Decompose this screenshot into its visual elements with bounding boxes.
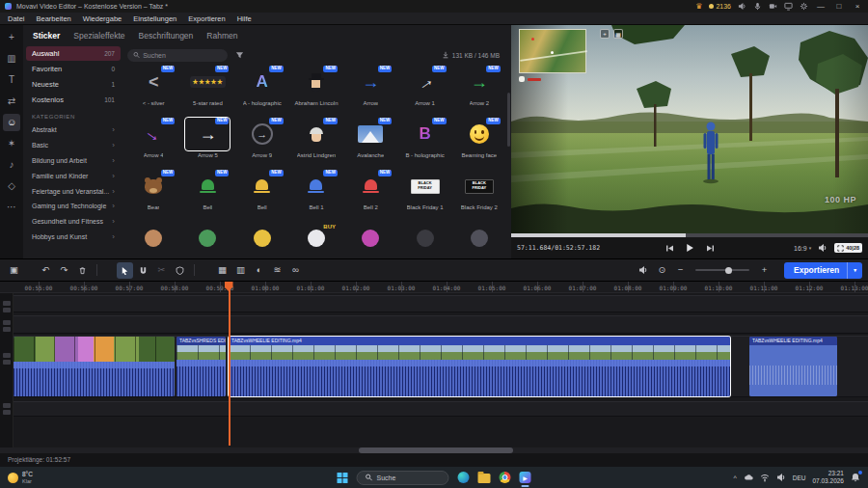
category-item[interactable]: Abstrakt› xyxy=(26,122,121,138)
camera-icon[interactable] xyxy=(769,2,777,11)
chroma-key-icon[interactable]: ◇ xyxy=(3,177,20,195)
media-bin-icon[interactable]: ▥ xyxy=(3,50,20,68)
category-item[interactable]: Hobbys und Kunst› xyxy=(26,229,121,244)
previous-frame-button[interactable] xyxy=(664,242,675,254)
play-button[interactable] xyxy=(684,242,695,254)
sticker-item[interactable]: BLACK FRIDAYBlack Friday 2 xyxy=(453,170,505,222)
sticker-thumb[interactable]: BLACK FRIDAY xyxy=(457,170,502,203)
sticker-item[interactable]: BLACK FRIDAYBlack Friday 1 xyxy=(398,170,450,222)
cloud-icon[interactable] xyxy=(744,473,753,482)
video-viewport[interactable]: + ▦ 100 HP xyxy=(511,25,868,233)
volume-icon[interactable] xyxy=(776,473,786,482)
audio-track[interactable] xyxy=(14,401,868,417)
collection-auswahl[interactable]: Auswahl207 xyxy=(26,46,121,61)
clock-widget[interactable]: 23:21 07.03.2026 xyxy=(812,470,844,485)
window-minimize-button[interactable]: — xyxy=(815,2,827,11)
next-frame-button[interactable] xyxy=(704,242,716,254)
delete-icon[interactable] xyxy=(74,262,91,279)
sticker-thumb[interactable]: NEW xyxy=(294,66,339,98)
tray-expand-caret[interactable]: ^ xyxy=(733,474,736,481)
filter-icon[interactable] xyxy=(233,49,245,61)
titles-icon[interactable]: T xyxy=(3,71,20,89)
sticker-item[interactable]: NEWBell 2 xyxy=(344,170,396,222)
timeline-clip[interactable] xyxy=(14,337,175,396)
language-indicator[interactable]: DEU xyxy=(793,474,806,481)
sticker-item[interactable]: →NEWArrow xyxy=(344,66,396,118)
zoom-slider-handle[interactable] xyxy=(725,267,732,274)
effects-icon[interactable]: ✶ xyxy=(3,135,20,152)
display-icon[interactable] xyxy=(784,2,793,11)
tracks-view-icon[interactable]: ▥ xyxy=(232,262,249,279)
microphone-icon[interactable] xyxy=(753,2,762,11)
sticker-thumb[interactable]: NEW xyxy=(348,118,393,150)
sticker-item[interactable]: NEWAvalanche xyxy=(344,118,396,170)
points-counter[interactable]: 2136 xyxy=(709,3,731,10)
chrome-browser-icon[interactable] xyxy=(500,472,511,483)
sticker-item[interactable]: <NEW< - silver xyxy=(127,66,179,118)
movavi-app-icon[interactable]: ▶ xyxy=(520,472,531,483)
record-icon[interactable]: ⊙ xyxy=(654,262,670,279)
zoom-out-icon[interactable]: − xyxy=(672,262,689,279)
collection-kostenlos[interactable]: Kostenlos101 xyxy=(26,93,121,107)
sticker-thumb[interactable] xyxy=(403,222,448,255)
track2-controls[interactable] xyxy=(3,320,11,332)
file-explorer-icon[interactable] xyxy=(478,474,491,483)
panel-layout-icon[interactable]: ▣ xyxy=(6,262,22,279)
timeline-ruler[interactable]: 00:55:0000:56:0000:57:0000:58:0000:59:00… xyxy=(0,282,868,293)
add-media-icon[interactable]: + xyxy=(3,29,20,46)
menu-item-bearbeiten[interactable]: Bearbeiten xyxy=(37,14,71,23)
redo-icon[interactable]: ↷ xyxy=(56,262,72,279)
sticker-thumb[interactable]: →NEW xyxy=(457,66,502,98)
notification-button[interactable] xyxy=(851,473,860,482)
menu-item-hilfe[interactable]: Hilfe xyxy=(237,14,252,23)
speaker-icon[interactable] xyxy=(738,2,746,11)
sticker-search-input[interactable] xyxy=(143,52,222,59)
settings-gear-icon[interactable] xyxy=(800,2,808,11)
sticker-thumb[interactable]: ANEW xyxy=(240,66,285,98)
sticker-item[interactable]: NEWBell xyxy=(181,170,233,222)
category-item[interactable]: Gesundheit und Fitness› xyxy=(26,214,121,230)
sticker-thumb[interactable]: →NEW xyxy=(185,118,230,150)
sticker-item[interactable]: →NEWArrow 2 xyxy=(453,66,505,118)
sticker-thumb[interactable]: NEW xyxy=(294,118,339,150)
sticker-item[interactable]: NEWBeaming face xyxy=(453,118,505,170)
audio-waves-icon[interactable]: ≋ xyxy=(269,262,285,279)
grid-view-icon[interactable]: ▦ xyxy=(214,262,231,279)
sticker-item[interactable]: BNEWB - holographic xyxy=(398,118,450,170)
sticker-thumb[interactable]: BLACK FRIDAY xyxy=(403,170,448,203)
taskbar-search[interactable]: Suche xyxy=(357,471,449,485)
grid-scrollbar[interactable] xyxy=(507,93,510,147)
overlay-track-1[interactable] xyxy=(14,295,868,312)
sticker-thumb[interactable] xyxy=(131,222,176,255)
menu-item-wiedergabe[interactable]: Wiedergabe xyxy=(83,14,122,23)
sticker-item[interactable]: BUY xyxy=(290,222,342,257)
tab-sticker[interactable]: Sticker xyxy=(33,31,60,41)
collection-neueste[interactable]: Neueste1 xyxy=(26,77,121,92)
menu-item-datei[interactable]: Datei xyxy=(8,14,25,23)
weather-widget[interactable]: 8°C Klar xyxy=(8,471,33,484)
sticker-thumb[interactable]: →NEW xyxy=(348,66,393,98)
undo-icon[interactable]: ↶ xyxy=(38,262,54,279)
window-close-button[interactable]: × xyxy=(852,2,863,11)
sticker-item[interactable]: NEWBear xyxy=(127,170,179,222)
sticker-item[interactable]: NEWBell 1 xyxy=(290,170,342,222)
sticker-thumb[interactable]: NEW xyxy=(348,170,393,203)
sticker-thumb[interactable]: NEW xyxy=(131,170,176,203)
sticker-thumb[interactable]: →NEW xyxy=(131,118,176,150)
sticker-item[interactable]: ANEWA - holographic xyxy=(236,66,288,118)
link-clips-icon[interactable]: ∞ xyxy=(287,262,304,279)
sticker-thumb[interactable] xyxy=(185,222,230,255)
more-tools-icon[interactable]: ⋯ xyxy=(3,199,20,216)
playhead[interactable] xyxy=(229,282,231,446)
sticker-item[interactable] xyxy=(236,222,288,257)
sticker-thumb[interactable] xyxy=(240,222,285,255)
fullscreen-scale-badge[interactable]: 40|28 xyxy=(834,243,862,253)
edge-browser-icon[interactable] xyxy=(458,472,470,483)
sticker-thumb[interactable]: NEW xyxy=(240,170,285,203)
track1-controls[interactable] xyxy=(3,301,11,312)
sticker-thumb[interactable]: NEW xyxy=(457,118,502,150)
audio-icon[interactable]: ♪ xyxy=(3,156,20,174)
start-button[interactable] xyxy=(338,473,348,483)
sticker-thumb[interactable]: BNEW xyxy=(403,118,448,150)
sticker-item[interactable] xyxy=(127,222,179,257)
